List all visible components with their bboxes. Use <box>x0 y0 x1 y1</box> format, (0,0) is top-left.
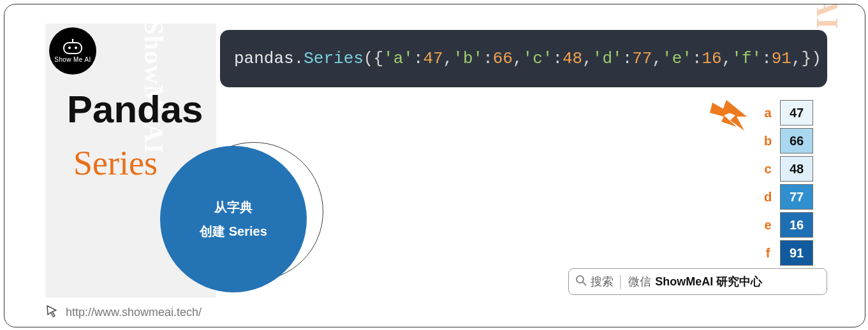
title-series: Series <box>73 143 158 183</box>
series-row: d77 <box>758 183 813 211</box>
series-key: d <box>758 190 777 204</box>
series-key: f <box>758 246 777 261</box>
title-pandas: Pandas <box>67 87 203 131</box>
series-row: f91 <box>758 239 813 267</box>
footer-url: http://www.showmeai.tech/ <box>66 306 202 319</box>
arrow-icon <box>709 99 747 134</box>
logo-text: Show Me AI <box>54 56 91 63</box>
svg-point-4 <box>75 47 77 49</box>
search-channel: 微信 <box>628 274 651 289</box>
search-placeholder: 搜索 <box>591 274 614 289</box>
svg-line-8 <box>583 282 586 285</box>
robot-icon <box>62 39 84 55</box>
series-key: b <box>758 134 777 148</box>
svg-rect-0 <box>64 43 82 54</box>
slide-frame: ShowMeAI Show Me AI Pandas Series 从字典 创建… <box>4 4 865 327</box>
series-value: 66 <box>780 128 813 154</box>
series-row: e16 <box>758 211 813 239</box>
series-value: 77 <box>780 184 813 210</box>
brand-logo: Show Me AI <box>49 27 96 75</box>
circle-line2: 创建 Series <box>200 219 267 243</box>
svg-point-7 <box>577 276 584 283</box>
series-key: c <box>758 162 777 176</box>
series-value: 91 <box>780 240 813 266</box>
cursor-icon <box>45 304 59 321</box>
code-block: pandas.Series({'a':47,'b':66,'c':48,'d':… <box>220 30 827 87</box>
search-bar[interactable]: 搜索 │ 微信 ShowMeAI 研究中心 <box>568 268 827 295</box>
topic-circle: 从字典 创建 Series <box>160 146 307 292</box>
series-value: 16 <box>780 212 813 238</box>
search-icon <box>575 275 587 289</box>
series-value: 48 <box>780 156 813 182</box>
series-key: a <box>758 106 777 120</box>
footer: http://www.showmeai.tech/ <box>45 304 202 321</box>
separator: │ <box>617 275 624 289</box>
svg-point-3 <box>68 47 71 49</box>
svg-point-2 <box>72 39 74 40</box>
code-content: pandas.Series({'a':47,'b':66,'c':48,'d':… <box>234 49 821 68</box>
series-row: b66 <box>758 127 813 155</box>
series-key: e <box>758 218 777 233</box>
series-row: a47 <box>758 99 813 127</box>
watermark-right: ShowMeAI <box>810 4 845 30</box>
series-output-table: a47b66c48d77e16f91 <box>758 99 813 267</box>
series-row: c48 <box>758 155 813 183</box>
search-brand: ShowMeAI 研究中心 <box>655 274 762 289</box>
circle-line1: 从字典 <box>214 195 253 219</box>
series-value: 47 <box>780 100 813 126</box>
